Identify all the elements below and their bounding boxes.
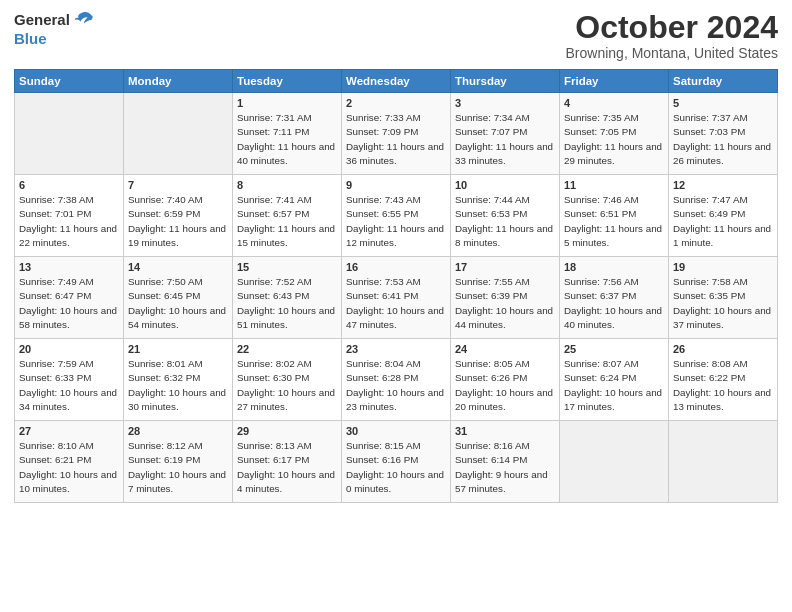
cell-info: Sunrise: 7:34 AMSunset: 7:07 PMDaylight:… (455, 111, 555, 168)
cell-info: Sunrise: 8:12 AMSunset: 6:19 PMDaylight:… (128, 439, 228, 496)
cell-info: Sunrise: 7:47 AMSunset: 6:49 PMDaylight:… (673, 193, 773, 250)
cell-info-line: Sunrise: 7:53 AM (346, 275, 446, 289)
day-number: 13 (19, 261, 119, 273)
cell-info-line: Daylight: 11 hours and 19 minutes. (128, 222, 228, 250)
calendar-cell (124, 93, 233, 175)
calendar-cell: 3Sunrise: 7:34 AMSunset: 7:07 PMDaylight… (451, 93, 560, 175)
calendar-cell: 17Sunrise: 7:55 AMSunset: 6:39 PMDayligh… (451, 257, 560, 339)
cell-info-line: Sunset: 7:09 PM (346, 125, 446, 139)
cell-info-line: Sunrise: 7:47 AM (673, 193, 773, 207)
cell-info-line: Sunset: 6:41 PM (346, 289, 446, 303)
cell-info-line: Daylight: 10 hours and 54 minutes. (128, 304, 228, 332)
calendar-cell: 7Sunrise: 7:40 AMSunset: 6:59 PMDaylight… (124, 175, 233, 257)
cell-info: Sunrise: 7:33 AMSunset: 7:09 PMDaylight:… (346, 111, 446, 168)
day-number: 19 (673, 261, 773, 273)
cell-info-line: Daylight: 10 hours and 10 minutes. (19, 468, 119, 496)
cell-info-line: Sunrise: 7:44 AM (455, 193, 555, 207)
day-number: 16 (346, 261, 446, 273)
cell-info-line: Sunrise: 8:10 AM (19, 439, 119, 453)
cell-info-line: Sunrise: 8:13 AM (237, 439, 337, 453)
cell-info-line: Sunset: 7:01 PM (19, 207, 119, 221)
cell-info-line: Sunset: 6:28 PM (346, 371, 446, 385)
calendar-cell: 4Sunrise: 7:35 AMSunset: 7:05 PMDaylight… (560, 93, 669, 175)
header: General Blue October 2024 Browning, Mont… (14, 10, 778, 61)
cell-info-line: Daylight: 11 hours and 22 minutes. (19, 222, 119, 250)
cell-info-line: Daylight: 9 hours and 57 minutes. (455, 468, 555, 496)
cell-info-line: Sunset: 6:51 PM (564, 207, 664, 221)
calendar-cell: 20Sunrise: 7:59 AMSunset: 6:33 PMDayligh… (15, 339, 124, 421)
cell-info-line: Sunset: 7:03 PM (673, 125, 773, 139)
cell-info-line: Daylight: 10 hours and 40 minutes. (564, 304, 664, 332)
location-title: Browning, Montana, United States (566, 45, 778, 61)
page-container: General Blue October 2024 Browning, Mont… (0, 0, 792, 511)
cell-info-line: Sunrise: 8:07 AM (564, 357, 664, 371)
cell-info-line: Daylight: 10 hours and 13 minutes. (673, 386, 773, 414)
day-number: 17 (455, 261, 555, 273)
cell-info-line: Daylight: 11 hours and 1 minute. (673, 222, 773, 250)
day-number: 23 (346, 343, 446, 355)
cell-info-line: Sunset: 6:30 PM (237, 371, 337, 385)
calendar-cell: 1Sunrise: 7:31 AMSunset: 7:11 PMDaylight… (233, 93, 342, 175)
day-number: 3 (455, 97, 555, 109)
cell-info-line: Sunset: 7:05 PM (564, 125, 664, 139)
cell-info-line: Daylight: 10 hours and 37 minutes. (673, 304, 773, 332)
cell-info: Sunrise: 7:49 AMSunset: 6:47 PMDaylight:… (19, 275, 119, 332)
day-number: 27 (19, 425, 119, 437)
cell-info: Sunrise: 8:01 AMSunset: 6:32 PMDaylight:… (128, 357, 228, 414)
cell-info-line: Sunset: 6:32 PM (128, 371, 228, 385)
calendar-cell: 16Sunrise: 7:53 AMSunset: 6:41 PMDayligh… (342, 257, 451, 339)
day-number: 12 (673, 179, 773, 191)
calendar-cell: 11Sunrise: 7:46 AMSunset: 6:51 PMDayligh… (560, 175, 669, 257)
cell-info-line: Sunrise: 7:50 AM (128, 275, 228, 289)
cell-info: Sunrise: 7:52 AMSunset: 6:43 PMDaylight:… (237, 275, 337, 332)
cell-info-line: Daylight: 10 hours and 23 minutes. (346, 386, 446, 414)
cell-info-line: Daylight: 10 hours and 34 minutes. (19, 386, 119, 414)
cell-info-line: Sunset: 6:47 PM (19, 289, 119, 303)
day-number: 2 (346, 97, 446, 109)
cell-info-line: Daylight: 11 hours and 5 minutes. (564, 222, 664, 250)
cell-info: Sunrise: 7:40 AMSunset: 6:59 PMDaylight:… (128, 193, 228, 250)
day-number: 29 (237, 425, 337, 437)
cell-info-line: Sunset: 6:33 PM (19, 371, 119, 385)
calendar-cell: 18Sunrise: 7:56 AMSunset: 6:37 PMDayligh… (560, 257, 669, 339)
calendar-cell (560, 421, 669, 503)
logo-blue-text: Blue (14, 30, 47, 47)
cell-info: Sunrise: 7:43 AMSunset: 6:55 PMDaylight:… (346, 193, 446, 250)
cell-info-line: Sunset: 6:39 PM (455, 289, 555, 303)
calendar-cell (669, 421, 778, 503)
cell-info: Sunrise: 8:04 AMSunset: 6:28 PMDaylight:… (346, 357, 446, 414)
col-wednesday: Wednesday (342, 70, 451, 93)
month-title: October 2024 (566, 10, 778, 45)
cell-info-line: Sunset: 6:17 PM (237, 453, 337, 467)
cell-info-line: Sunrise: 7:40 AM (128, 193, 228, 207)
cell-info-line: Sunset: 6:57 PM (237, 207, 337, 221)
title-block: October 2024 Browning, Montana, United S… (566, 10, 778, 61)
day-number: 6 (19, 179, 119, 191)
cell-info-line: Sunrise: 8:05 AM (455, 357, 555, 371)
calendar-cell: 6Sunrise: 7:38 AMSunset: 7:01 PMDaylight… (15, 175, 124, 257)
cell-info: Sunrise: 8:07 AMSunset: 6:24 PMDaylight:… (564, 357, 664, 414)
day-number: 26 (673, 343, 773, 355)
calendar-cell (15, 93, 124, 175)
cell-info-line: Sunrise: 7:52 AM (237, 275, 337, 289)
day-number: 31 (455, 425, 555, 437)
cell-info-line: Sunset: 6:24 PM (564, 371, 664, 385)
cell-info-line: Sunrise: 7:33 AM (346, 111, 446, 125)
cell-info-line: Sunrise: 8:04 AM (346, 357, 446, 371)
calendar-cell: 29Sunrise: 8:13 AMSunset: 6:17 PMDayligh… (233, 421, 342, 503)
logo-general-text: General (14, 12, 70, 29)
cell-info-line: Daylight: 10 hours and 27 minutes. (237, 386, 337, 414)
cell-info-line: Sunset: 6:43 PM (237, 289, 337, 303)
cell-info-line: Daylight: 10 hours and 7 minutes. (128, 468, 228, 496)
calendar-cell: 25Sunrise: 8:07 AMSunset: 6:24 PMDayligh… (560, 339, 669, 421)
col-monday: Monday (124, 70, 233, 93)
cell-info: Sunrise: 7:55 AMSunset: 6:39 PMDaylight:… (455, 275, 555, 332)
cell-info-line: Sunset: 6:59 PM (128, 207, 228, 221)
calendar-week-row: 27Sunrise: 8:10 AMSunset: 6:21 PMDayligh… (15, 421, 778, 503)
cell-info-line: Daylight: 11 hours and 36 minutes. (346, 140, 446, 168)
cell-info: Sunrise: 7:35 AMSunset: 7:05 PMDaylight:… (564, 111, 664, 168)
day-number: 21 (128, 343, 228, 355)
cell-info-line: Sunset: 6:53 PM (455, 207, 555, 221)
day-number: 25 (564, 343, 664, 355)
cell-info-line: Daylight: 11 hours and 33 minutes. (455, 140, 555, 168)
